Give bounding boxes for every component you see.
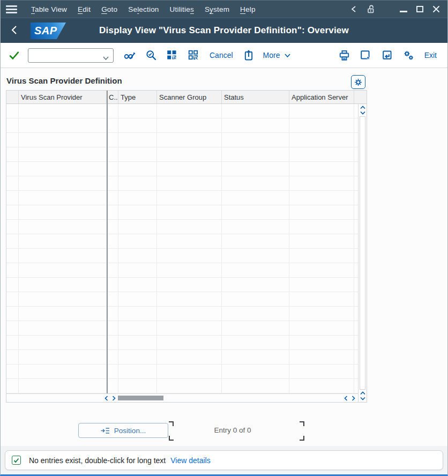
select-all-icon[interactable] <box>167 50 178 61</box>
more-menu-button[interactable]: More <box>263 51 291 59</box>
table-cell[interactable] <box>107 292 118 306</box>
scroll-left-icon[interactable] <box>344 396 348 401</box>
column-header-type[interactable]: Type <box>118 91 157 103</box>
cancel-button[interactable]: Cancel <box>210 51 233 59</box>
fixed-column-separator[interactable] <box>107 91 108 393</box>
column-header-virus-scan-provider[interactable]: Virus Scan Provider <box>19 91 107 103</box>
table-cell[interactable] <box>222 350 289 364</box>
table-cell[interactable] <box>19 365 107 378</box>
scroll-up-icon[interactable] <box>360 106 365 109</box>
column-header-selector[interactable] <box>6 91 19 103</box>
table-cell[interactable] <box>19 191 107 205</box>
table-cell[interactable] <box>118 263 157 277</box>
table-cell[interactable] <box>6 263 19 277</box>
horizontal-scroll-thumb[interactable] <box>118 396 163 400</box>
deselect-all-icon[interactable] <box>188 50 199 61</box>
table-cell[interactable] <box>157 263 222 277</box>
table-cell[interactable] <box>6 292 19 306</box>
table-row[interactable] <box>6 191 358 205</box>
exit-button[interactable]: Exit <box>424 51 437 59</box>
table-cell[interactable] <box>6 350 19 364</box>
table-row[interactable] <box>6 147 358 162</box>
table-cell[interactable] <box>118 133 157 147</box>
table-cell[interactable] <box>19 176 107 190</box>
scroll-right-icon[interactable] <box>112 396 116 401</box>
table-cell[interactable] <box>118 336 157 349</box>
back-icon[interactable] <box>10 25 18 37</box>
table-cell[interactable] <box>6 162 19 176</box>
table-cell[interactable] <box>157 147 222 161</box>
column-header-scanner-group[interactable]: Scanner Group <box>157 91 222 103</box>
command-input[interactable] <box>28 48 114 63</box>
table-row[interactable] <box>6 307 358 321</box>
table-cell[interactable] <box>289 321 354 335</box>
table-cell[interactable] <box>289 263 354 277</box>
table-cell[interactable] <box>118 234 157 248</box>
table-row[interactable] <box>6 205 358 220</box>
minimize-button[interactable] <box>400 6 407 12</box>
table-cell[interactable] <box>19 133 107 147</box>
table-cell[interactable] <box>107 278 118 292</box>
table-cell[interactable] <box>118 162 157 176</box>
table-cell[interactable] <box>289 249 354 263</box>
menu-utilities[interactable]: Utilities <box>165 5 199 13</box>
table-cell[interactable] <box>107 321 118 335</box>
create-shortcut-icon[interactable] <box>382 50 393 61</box>
table-cell[interactable] <box>157 133 222 147</box>
table-cell[interactable] <box>19 104 107 118</box>
table-cell[interactable] <box>222 133 289 147</box>
display-change-icon[interactable] <box>124 50 136 61</box>
menu-help[interactable]: Help <box>235 5 261 13</box>
table-cell[interactable] <box>19 278 107 292</box>
scroll-up-icon[interactable] <box>360 391 365 395</box>
table-cell[interactable] <box>157 104 222 118</box>
table-cell[interactable] <box>222 379 289 393</box>
table-cell[interactable] <box>289 191 354 205</box>
table-cell[interactable] <box>118 176 157 190</box>
new-session-icon[interactable] <box>360 50 371 61</box>
table-settings-button[interactable] <box>351 75 365 89</box>
table-cell[interactable] <box>19 147 107 161</box>
table-cell[interactable] <box>289 307 354 321</box>
table-cell[interactable] <box>157 249 222 263</box>
table-cell[interactable] <box>19 307 107 321</box>
table-cell[interactable] <box>289 133 354 147</box>
table-cell[interactable] <box>6 220 19 234</box>
table-row[interactable] <box>6 162 358 176</box>
table-cell[interactable] <box>222 176 289 190</box>
table-row[interactable] <box>6 321 358 336</box>
table-cell[interactable] <box>107 147 118 161</box>
scroll-down-icon[interactable] <box>360 111 365 115</box>
table-cell[interactable] <box>222 336 289 349</box>
table-cell[interactable] <box>6 104 19 118</box>
table-cell[interactable] <box>6 205 19 219</box>
table-cell[interactable] <box>157 162 222 176</box>
table-cell[interactable] <box>289 234 354 248</box>
table-cell[interactable] <box>157 278 222 292</box>
print-icon[interactable] <box>339 50 350 61</box>
table-cell[interactable] <box>289 118 354 132</box>
table-cell[interactable] <box>118 350 157 364</box>
table-cell[interactable] <box>107 191 118 205</box>
table-cell[interactable] <box>6 336 19 349</box>
table-cell[interactable] <box>222 118 289 132</box>
menu-goto[interactable]: Goto <box>96 5 123 13</box>
collapse-left-icon[interactable] <box>350 5 357 13</box>
table-cell[interactable] <box>118 278 157 292</box>
export-icon[interactable] <box>243 50 254 61</box>
table-cell[interactable] <box>289 350 354 364</box>
menu-selection[interactable]: Selection <box>123 5 164 13</box>
table-cell[interactable] <box>118 220 157 234</box>
table-row[interactable] <box>6 104 358 118</box>
vertical-scroll-thumb[interactable] <box>360 116 365 390</box>
table-cell[interactable] <box>289 162 354 176</box>
table-cell[interactable] <box>222 321 289 335</box>
table-cell[interactable] <box>19 379 107 393</box>
table-cell[interactable] <box>289 365 354 378</box>
table-cell[interactable] <box>222 263 289 277</box>
table-cell[interactable] <box>222 104 289 118</box>
table-cell[interactable] <box>118 118 157 132</box>
table-cell[interactable] <box>118 379 157 393</box>
table-cell[interactable] <box>157 350 222 364</box>
table-cell[interactable] <box>6 321 19 335</box>
